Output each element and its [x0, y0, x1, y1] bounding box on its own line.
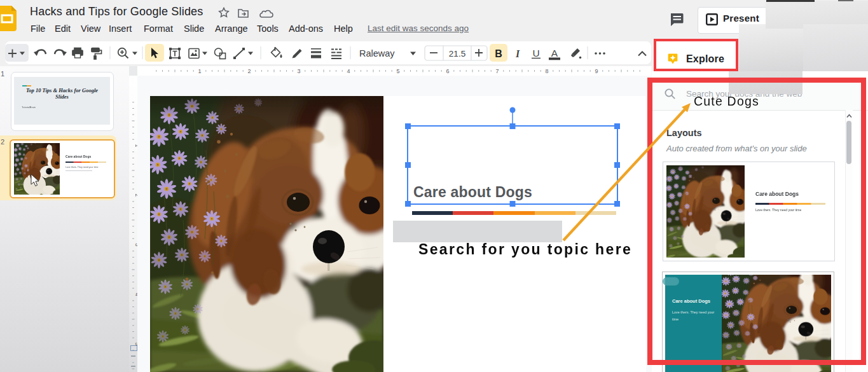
svg-text:4: 4	[347, 68, 350, 74]
svg-text:2: 2	[134, 193, 138, 196]
svg-text:U: U	[532, 48, 539, 59]
svg-text:9: 9	[595, 68, 598, 74]
svg-text:2: 2	[247, 68, 251, 74]
svg-text:4: 4	[134, 293, 138, 296]
svg-text:3: 3	[134, 243, 138, 246]
svg-text:1: 1	[134, 144, 138, 147]
svg-text:5: 5	[396, 68, 399, 74]
svg-text:6: 6	[446, 68, 449, 74]
svg-text:7: 7	[495, 68, 499, 74]
svg-text:A: A	[551, 48, 558, 59]
svg-text:B: B	[495, 48, 502, 59]
svg-text:1: 1	[198, 68, 201, 74]
svg-text:8: 8	[545, 68, 548, 74]
svg-text:21.5: 21.5	[449, 49, 465, 59]
svg-text:3: 3	[297, 68, 300, 74]
svg-text:Raleway: Raleway	[359, 48, 395, 59]
svg-text:I: I	[515, 48, 520, 59]
